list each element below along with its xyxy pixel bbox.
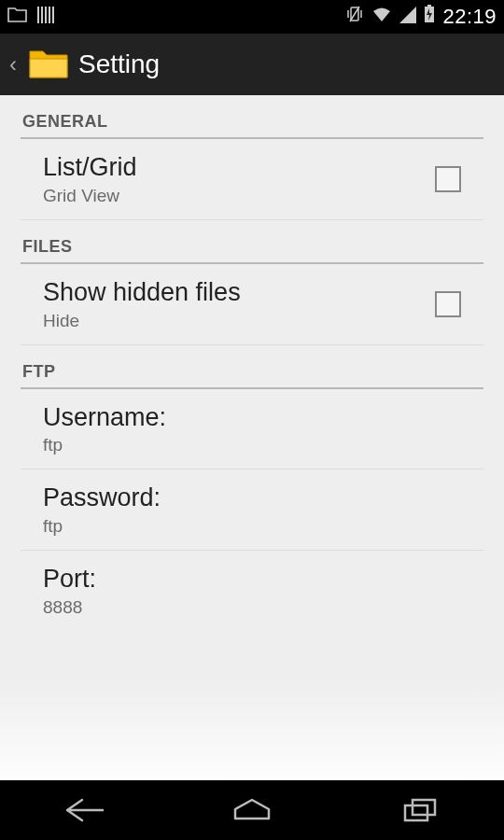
section-header-files: FILES	[0, 220, 504, 262]
pref-summary: ftp	[43, 516, 461, 537]
back-button[interactable]: ‹	[7, 51, 19, 77]
status-time: 22:19	[442, 5, 497, 29]
nav-recent-button[interactable]	[392, 791, 448, 829]
pref-summary: ftp	[43, 435, 461, 455]
status-bar: 22:19	[0, 0, 504, 34]
svg-rect-3	[49, 7, 50, 23]
section-header-general: GENERAL	[0, 95, 504, 137]
nav-back-button[interactable]	[56, 791, 112, 829]
svg-rect-4	[52, 7, 54, 23]
pref-ftp-username[interactable]: Username: ftp	[21, 389, 483, 470]
page-title: Setting	[78, 49, 160, 79]
pref-title: Username:	[43, 402, 461, 434]
checkbox-show-hidden[interactable]	[435, 291, 461, 317]
svg-rect-2	[45, 7, 47, 23]
folder-icon[interactable]	[28, 48, 69, 81]
pref-summary: Hide	[43, 311, 435, 331]
pref-ftp-password[interactable]: Password: ftp	[21, 469, 483, 551]
svg-rect-11	[405, 805, 427, 820]
nav-home-button[interactable]	[224, 791, 280, 829]
settings-content: GENERAL List/Grid Grid View FILES Show h…	[0, 95, 504, 780]
action-bar: ‹ Setting	[0, 34, 504, 95]
section-header-ftp: FTP	[0, 345, 504, 387]
svg-rect-0	[37, 7, 39, 23]
pref-title: Show hidden files	[43, 277, 435, 309]
nav-bar	[0, 780, 504, 840]
pref-show-hidden[interactable]: Show hidden files Hide	[21, 264, 483, 345]
vibrate-icon	[345, 5, 364, 29]
pref-title: Port:	[43, 564, 461, 595]
signal-icon	[399, 5, 416, 29]
pref-summary: 8888	[43, 597, 461, 618]
folder-status-icon	[7, 5, 28, 29]
svg-rect-12	[413, 800, 435, 815]
svg-rect-1	[41, 7, 43, 23]
pref-summary: Grid View	[43, 186, 435, 206]
pref-list-grid[interactable]: List/Grid Grid View	[21, 139, 483, 220]
barcode-status-icon	[37, 5, 54, 29]
pref-title: List/Grid	[43, 152, 435, 184]
pref-title: Password:	[43, 483, 461, 514]
pref-ftp-port[interactable]: Port: 8888	[21, 551, 483, 631]
checkbox-list-grid[interactable]	[435, 166, 461, 192]
svg-rect-10	[427, 5, 431, 7]
battery-charging-icon	[424, 5, 435, 29]
wifi-icon	[371, 5, 392, 29]
